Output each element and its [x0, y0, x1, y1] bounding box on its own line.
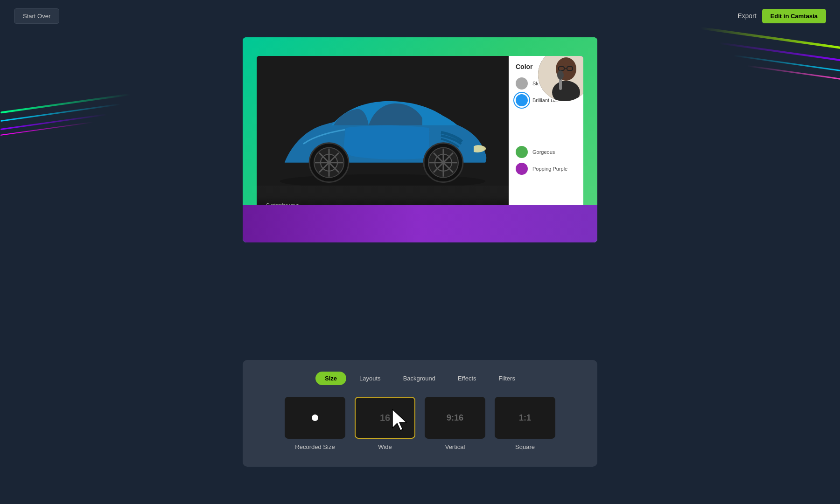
size-box-square: 1:1: [495, 397, 555, 439]
vertical-ratio-text: 9:16: [447, 413, 463, 423]
tab-size[interactable]: Size: [315, 372, 346, 385]
deco-line: [0, 94, 130, 114]
start-over-button[interactable]: Start Over: [14, 8, 59, 24]
top-bar: Start Over Export Edit in Camtasia: [0, 0, 840, 32]
export-button[interactable]: Export: [737, 12, 756, 20]
color-option-green[interactable]: Gorgeous: [516, 146, 576, 158]
tab-layouts[interactable]: Layouts: [350, 372, 390, 385]
size-card-recorded[interactable]: Recorded Size: [285, 397, 345, 450]
size-box-vertical: 9:16: [425, 397, 485, 439]
deco-line: [0, 114, 107, 130]
car-section: Customize your Model TSC: [257, 56, 509, 228]
preview-inner: Customize your Model TSC Color Sleek Sil…: [257, 56, 583, 228]
cursor-icon: [389, 407, 412, 433]
tab-filters[interactable]: Filters: [490, 372, 525, 385]
color-label-purple: Popping Purple: [532, 166, 567, 172]
color-label-green: Gorgeous: [532, 149, 555, 155]
svg-marker-24: [392, 409, 406, 430]
deco-line: [719, 42, 840, 62]
car-image: Customize your Model TSC: [257, 56, 509, 228]
color-dot-purple: [516, 163, 528, 175]
size-card-square[interactable]: 1:1 Square: [495, 397, 555, 450]
size-box-recorded: [285, 397, 345, 439]
size-options: Recorded Size 16 Wide 9:16 Vertical 1:1: [257, 397, 583, 450]
recorded-dot-icon: [312, 414, 318, 421]
color-option-purple[interactable]: Popping Purple: [516, 163, 576, 175]
deco-line: [733, 55, 840, 73]
size-label-vertical: Vertical: [445, 443, 465, 450]
size-label-square: Square: [515, 443, 535, 450]
deco-line: [0, 122, 93, 136]
preview-purple-bottom: [243, 205, 597, 242]
size-card-vertical[interactable]: 9:16 Vertical: [425, 397, 485, 450]
tab-effects[interactable]: Effects: [448, 372, 486, 385]
deco-line: [747, 65, 840, 81]
tabs-row: Size Layouts Background Effects Filters: [257, 372, 583, 385]
deco-line: [0, 104, 121, 122]
main-preview: Customize your Model TSC Color Sleek Sil…: [243, 37, 597, 242]
edit-camtasia-button[interactable]: Edit in Camtasia: [762, 9, 826, 23]
top-right-actions: Export Edit in Camtasia: [737, 9, 826, 23]
size-box-wide: 16: [355, 397, 415, 439]
color-panel: Color Sleek Silver Brilliant Blue: [509, 56, 583, 228]
size-label-recorded: Recorded Size: [295, 443, 335, 450]
size-card-wide[interactable]: 16 Wide: [355, 397, 415, 450]
size-label-wide: Wide: [378, 443, 392, 450]
tab-background[interactable]: Background: [394, 372, 445, 385]
car-svg: [257, 56, 509, 186]
svg-point-23: [557, 70, 564, 80]
bottom-panel: Size Layouts Background Effects Filters …: [243, 360, 597, 467]
square-ratio-text: 1:1: [519, 413, 531, 423]
color-dot-blue: [516, 94, 528, 106]
color-dot-silver: [516, 77, 528, 90]
color-dot-green: [516, 146, 528, 158]
